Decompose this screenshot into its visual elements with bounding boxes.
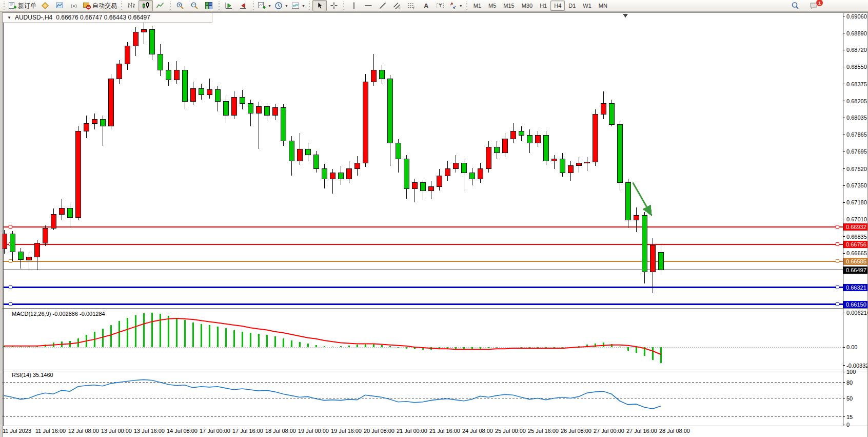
timeframe-m15-button[interactable]: M15 — [500, 1, 518, 11]
toolbar-grip[interactable] — [343, 2, 345, 10]
candle-body — [133, 32, 138, 46]
tile-windows-button[interactable] — [202, 0, 216, 11]
search-button[interactable] — [788, 0, 802, 11]
chart-canvas[interactable]: MACD(12,26,9) -0.002886 -0.001284RSI(14)… — [3, 13, 867, 436]
timeframe-h1-button[interactable]: H1 — [536, 1, 550, 11]
line-anchor[interactable] — [836, 225, 839, 229]
price-chart-svg[interactable]: MACD(12,26,9) -0.002886 -0.001284RSI(14)… — [3, 13, 867, 437]
metaeditor-icon — [41, 2, 49, 10]
toolbar-grip[interactable] — [218, 2, 220, 10]
candle-body — [568, 166, 573, 173]
candle-body — [478, 169, 483, 179]
candle-body — [92, 119, 97, 123]
candle-body — [494, 147, 499, 153]
timeframe-w1-button[interactable]: W1 — [579, 1, 595, 11]
timeframe-mn-button[interactable]: MN — [595, 1, 611, 11]
candle-body — [10, 234, 15, 252]
toolbar-grip[interactable] — [120, 2, 123, 10]
period-button[interactable]: ▼ — [273, 0, 290, 11]
template-icon — [291, 2, 300, 10]
svg-text:14 Jul 08:00: 14 Jul 08:00 — [167, 428, 198, 434]
line-anchor[interactable] — [9, 286, 12, 289]
svg-text:24 Jul 08:00: 24 Jul 08:00 — [462, 428, 493, 434]
bar-chart-button[interactable] — [124, 0, 139, 11]
timeframe-d1-button[interactable]: D1 — [565, 1, 579, 11]
timeframe-m5-button[interactable]: M5 — [485, 1, 500, 11]
toolbar-grip[interactable] — [252, 2, 254, 10]
equidistant-channel-button[interactable]: E — [390, 0, 404, 11]
rsi-label: RSI(14) 35.1460 — [12, 372, 53, 378]
chartshift-icon — [239, 2, 247, 10]
new-chart-button[interactable]: ▼ — [256, 0, 273, 11]
timeframe-m30-button[interactable]: M30 — [518, 1, 536, 11]
toolbar-grip[interactable] — [466, 2, 468, 10]
candle-body — [469, 173, 475, 179]
fibonacci-button[interactable]: F — [404, 0, 419, 11]
candle-body — [593, 115, 598, 162]
new-order-button[interactable]: 新订单 — [7, 0, 38, 11]
chevron-down-icon[interactable]: ▼ — [7, 15, 11, 20]
candle-body — [322, 169, 327, 179]
chart-title-bar[interactable]: ▼ AUDUSD-,H4 0.66676 0.66747 0.66443 0.6… — [3, 13, 212, 23]
toolbar-grip[interactable] — [3, 2, 5, 10]
candles-icon — [142, 2, 150, 10]
vertical-line-button[interactable] — [347, 0, 361, 11]
line-chart-button[interactable] — [153, 0, 167, 11]
candle-body — [84, 123, 89, 131]
candle-body — [166, 70, 171, 80]
chart-symbol-period: AUDUSD-,H4 — [15, 14, 52, 21]
signals-button[interactable] — [67, 0, 81, 11]
line-anchor[interactable] — [9, 260, 12, 263]
market-watch-button[interactable] — [52, 0, 67, 11]
candlestick-button[interactable] — [139, 0, 153, 11]
crosshair-button[interactable] — [327, 0, 341, 11]
text-label-button[interactable]: T — [433, 0, 447, 11]
candle-body — [420, 183, 425, 191]
chart-shift-button[interactable] — [236, 0, 250, 11]
text-button[interactable]: A — [419, 0, 433, 11]
chat-button[interactable]: 1 — [806, 0, 821, 11]
line-anchor[interactable] — [836, 286, 839, 289]
line-anchor[interactable] — [836, 260, 839, 263]
chevron-down-icon[interactable]: ▼ — [285, 4, 288, 8]
svg-text:28 Jul 08:00: 28 Jul 08:00 — [659, 428, 690, 434]
svg-text:0.68375: 0.68375 — [846, 81, 867, 87]
candle-body — [502, 139, 507, 153]
line-anchor[interactable] — [9, 225, 12, 229]
chevron-down-icon[interactable]: ▼ — [302, 4, 305, 8]
timeframe-m1-button[interactable]: M1 — [470, 1, 485, 11]
candle-body — [363, 82, 368, 163]
candle-body — [338, 173, 343, 179]
candle-body — [51, 214, 56, 228]
metaeditor-button[interactable] — [38, 0, 52, 11]
trendline-button[interactable] — [376, 0, 390, 11]
candle-body — [223, 102, 228, 116]
svg-text:-0.00332: -0.00332 — [846, 363, 867, 369]
timeframe-h4-button[interactable]: H4 — [550, 1, 565, 11]
svg-text:0.66665: 0.66665 — [846, 250, 867, 256]
cursor-button[interactable] — [312, 0, 327, 11]
svg-text:T: T — [439, 3, 442, 8]
svg-text:0.00: 0.00 — [846, 344, 857, 350]
toolbar-grip[interactable] — [169, 2, 171, 10]
chevron-down-icon[interactable]: ▼ — [268, 4, 271, 8]
zoom-out-button[interactable] — [187, 0, 202, 11]
candle-body — [231, 98, 236, 116]
candle-body — [576, 163, 581, 166]
line-anchor[interactable] — [9, 303, 12, 306]
autotrading-button[interactable]: 自动交易 — [81, 0, 119, 11]
candle-body — [281, 107, 286, 141]
chevron-down-icon[interactable]: ▼ — [459, 4, 463, 8]
line-anchor[interactable] — [836, 243, 839, 246]
zoom-in-button[interactable] — [173, 0, 187, 11]
svg-text:0.68720: 0.68720 — [846, 47, 867, 53]
candle-body — [379, 70, 384, 79]
horizontal-line-button[interactable] — [361, 0, 376, 11]
line-anchor[interactable] — [836, 303, 839, 306]
template-button[interactable]: ▼ — [290, 0, 307, 11]
auto-scroll-button[interactable] — [222, 0, 236, 11]
arrows-button[interactable]: ▼ — [447, 0, 464, 11]
candle-body — [625, 183, 630, 220]
candle-body — [43, 228, 48, 243]
toolbar-grip[interactable] — [308, 2, 311, 10]
